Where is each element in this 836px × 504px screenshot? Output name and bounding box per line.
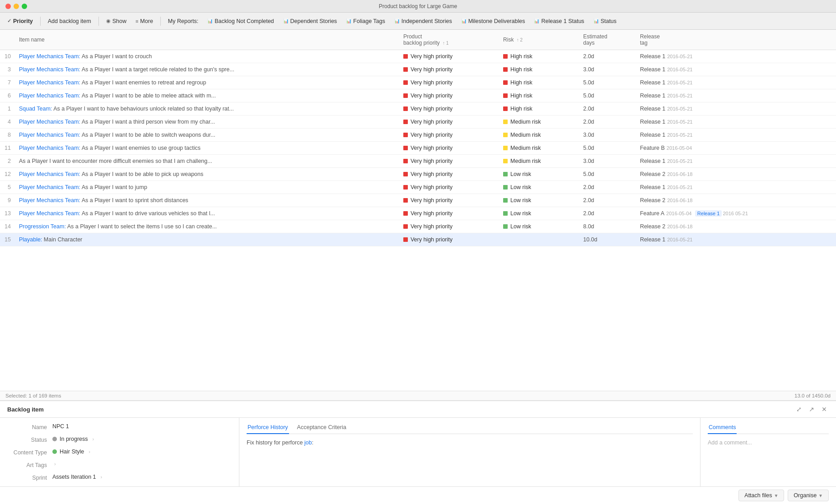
table-row[interactable]: 6Player Mechanics Team: As a Player I wa… [0, 89, 836, 102]
release-tag: Release 12016-05-21 [635, 233, 836, 246]
estimated-days: 2.0d [579, 194, 635, 207]
row-number: 12 [0, 168, 14, 181]
col-priority[interactable]: Productbacklog priority ↑ 1 [399, 30, 499, 50]
toolbar-priority[interactable]: ✓ Priority [4, 16, 37, 26]
priority-label: Very high priority [411, 66, 453, 73]
item-name: Player Mechanics Team: As a Player I wan… [14, 76, 399, 89]
risk-label: Low risk [510, 184, 531, 190]
organise-button[interactable]: Organise ▼ [788, 490, 829, 501]
table-row[interactable]: 8Player Mechanics Team: As a Player I wa… [0, 129, 836, 142]
table-row[interactable]: 12Player Mechanics Team: As a Player I w… [0, 168, 836, 181]
fullscreen-traffic-light[interactable] [22, 4, 27, 9]
release-tag: Feature B2016-05-04 [635, 142, 836, 155]
estimated-days: 2.0d [579, 181, 635, 194]
external-link-icon[interactable]: ↗ [807, 405, 816, 414]
table-row[interactable]: 14Progression Team: As a Player I want t… [0, 220, 836, 233]
item-description: As a Player I want a third person view f… [82, 119, 215, 125]
attach-files-button[interactable]: Attach files ▼ [738, 490, 784, 501]
table-row[interactable]: 10Player Mechanics Team: As a Player I w… [0, 50, 836, 63]
item-team: Player Mechanics Team: [19, 53, 82, 60]
priority-cell: Very high priority [399, 116, 499, 129]
col-release[interactable]: Releasetag [635, 30, 836, 50]
table-row[interactable]: 3Player Mechanics Team: As a Player I wa… [0, 63, 836, 76]
col-item-name[interactable]: Item name [14, 30, 399, 50]
release-tag: Release 22016-06-18 [635, 168, 836, 181]
status-dot [52, 437, 57, 441]
priority-cell: Very high priority [399, 168, 499, 181]
table-row[interactable]: 9Player Mechanics Team: As a Player I wa… [0, 194, 836, 207]
priority-cell: Very high priority [399, 63, 499, 76]
toolbar-dependent-stories[interactable]: 📊 Dependent Stories [280, 16, 341, 26]
estimated-days: 2.0d [579, 50, 635, 63]
item-description: As a Player I want enemies to use group … [82, 145, 201, 151]
row-number: 7 [0, 76, 14, 89]
toolbar-add-backlog[interactable]: Add backlog item [44, 16, 95, 26]
risk-cell: Low risk [499, 220, 579, 233]
toolbar-release-1-status[interactable]: 📊 Release 1 Status [530, 16, 588, 26]
checkmark-icon: ✓ [7, 18, 11, 24]
release-tag: Release 12016-05-21 [635, 116, 836, 129]
item-team: Player Mechanics Team: [19, 184, 82, 190]
table-header-row: Item name Productbacklog priority ↑ 1 Ri… [0, 30, 836, 50]
row-number: 1 [0, 102, 14, 116]
comment-placeholder: Add a comment... [708, 439, 829, 446]
priority-cell: Very high priority [399, 155, 499, 168]
table-row[interactable]: 2As a Player I want to encounter more di… [0, 155, 836, 168]
expand-icon[interactable]: ⤢ [794, 405, 803, 414]
priority-color-indicator [403, 93, 408, 98]
col-num [0, 30, 14, 50]
bar-chart-icon-5: 📊 [461, 18, 467, 23]
table-row[interactable]: 11Player Mechanics Team: As a Player I w… [0, 142, 836, 155]
art-tags-chevron: › [54, 461, 56, 467]
table-row[interactable]: 5Player Mechanics Team: As a Player I wa… [0, 181, 836, 194]
priority-cell: Very high priority [399, 102, 499, 116]
risk-cell: Low risk [499, 168, 579, 181]
tab-acceptance-criteria[interactable]: Acceptance Criteria [296, 421, 347, 434]
table-area[interactable]: Item name Productbacklog priority ↑ 1 Ri… [0, 30, 836, 391]
perforce-link[interactable]: job [304, 439, 312, 446]
release-tag: Release 12016-05-21 [635, 181, 836, 194]
toolbar-milestone-deliverables[interactable]: 📊 Milestone Deliverables [458, 16, 529, 26]
risk-label: Low risk [510, 171, 531, 177]
toolbar-status[interactable]: 📊 Status [590, 16, 620, 26]
tab-comments[interactable]: Comments [708, 421, 737, 434]
item-description: As a Player I want to have behaviours un… [53, 106, 234, 112]
risk-color-indicator [503, 67, 508, 72]
toolbar-more[interactable]: ≡ More [132, 16, 157, 26]
priority-cell: Very high priority [399, 194, 499, 207]
risk-label: Low risk [510, 223, 531, 230]
risk-cell: Low risk [499, 181, 579, 194]
table-row[interactable]: 13Player Mechanics Team: As a Player I w… [0, 207, 836, 220]
tab-perforce-history[interactable]: Perforce History [247, 421, 289, 434]
item-team: Player Mechanics Team: [19, 145, 82, 151]
table-row[interactable]: 15Playable: Main CharacterVery high prio… [0, 233, 836, 246]
priority-cell: Very high priority [399, 220, 499, 233]
risk-color-indicator [503, 146, 508, 150]
window-title: Product backlog for Large Game [379, 3, 457, 9]
table-row[interactable]: 1Squad Team: As a Player I want to have … [0, 102, 836, 116]
row-number: 3 [0, 63, 14, 76]
risk-color-indicator [503, 172, 508, 176]
col-est[interactable]: Estimateddays [579, 30, 635, 50]
table-row[interactable]: 4Player Mechanics Team: As a Player I wa… [0, 116, 836, 129]
table-row[interactable]: 7Player Mechanics Team: As a Player I wa… [0, 76, 836, 89]
organise-dropdown-icon: ▼ [818, 493, 823, 498]
item-name: Player Mechanics Team: As a Player I wan… [14, 168, 399, 181]
priority-cell: Very high priority [399, 181, 499, 194]
estimated-days: 2.0d [579, 102, 635, 116]
priority-color-indicator [403, 224, 408, 229]
col-risk[interactable]: Risk ↑ 2 [499, 30, 579, 50]
priority-label: Very high priority [411, 92, 453, 99]
release-tag: Release 12016-05-21 [635, 155, 836, 168]
close-traffic-light[interactable] [5, 4, 11, 9]
risk-cell: Low risk [499, 207, 579, 220]
bar-chart-icon-4: 📊 [394, 18, 400, 23]
minimize-traffic-light[interactable] [14, 4, 19, 9]
toolbar-backlog-not-completed[interactable]: 📊 Backlog Not Completed [204, 16, 277, 26]
toolbar-independent-stories[interactable]: 📊 Independent Stories [391, 16, 456, 26]
table-body: 10Player Mechanics Team: As a Player I w… [0, 50, 836, 246]
release-tag: Release 12016-05-21 [635, 102, 836, 116]
toolbar-foliage-tags[interactable]: 📊 Foliage Tags [342, 16, 389, 26]
toolbar-show[interactable]: ◉ Show [103, 16, 130, 26]
close-detail-icon[interactable]: ✕ [820, 405, 829, 414]
